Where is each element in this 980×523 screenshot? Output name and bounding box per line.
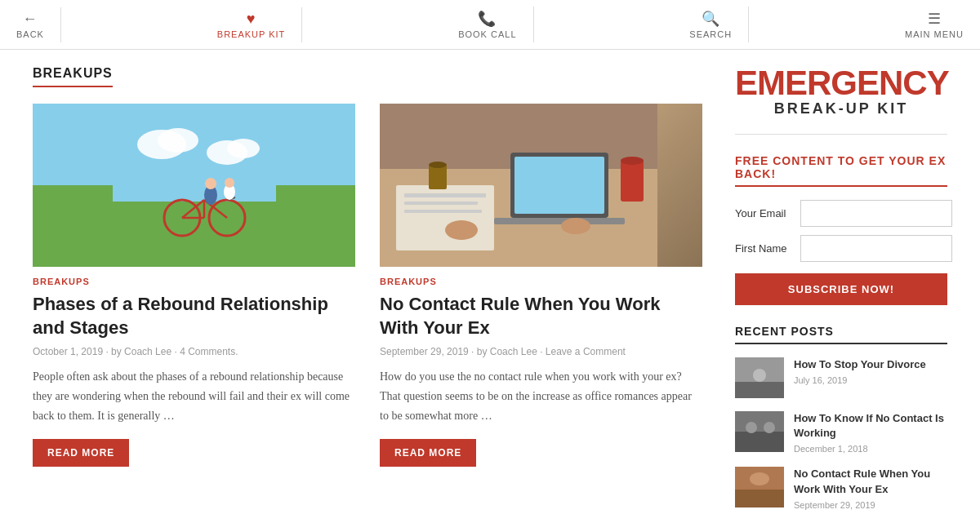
recent-post-thumb-1 (735, 357, 784, 398)
phone-icon: 📞 (478, 10, 497, 28)
post-card-2: BREAKUPS No Contact Rule When You Work W… (380, 104, 702, 467)
post-comments-2: Leave a Comment (546, 346, 626, 357)
nav-book-call[interactable]: 📞 BOOK CALL (442, 7, 533, 42)
recent-post-item-3: No Contact Rule When You Work With Your … (735, 467, 947, 509)
cta-title: FREE CONTENT TO GET YOUR EX BACK! (735, 154, 947, 187)
svg-rect-25 (494, 218, 625, 224)
email-row: Your Email (735, 200, 947, 227)
svg-rect-22 (404, 210, 482, 213)
page-section-title: BREAKUPS (33, 66, 113, 87)
firstname-label: First Name (735, 242, 800, 255)
post-meta-2: September 29, 2019 · by Coach Lee · Leav… (380, 346, 702, 357)
nav-breakup-kit-label: BREAKUP KIT (217, 29, 286, 39)
post-card-1: BREAKUPS Phases of a Rebound Relationshi… (33, 104, 355, 467)
posts-grid: BREAKUPS Phases of a Rebound Relationshi… (33, 104, 702, 467)
recent-post-info-2: How To Know If No Contact Is Working Dec… (794, 411, 947, 454)
post-author-1: Coach Lee (124, 346, 172, 357)
recent-post-title-1[interactable]: How To Stop Your Divorce (794, 357, 926, 372)
post-date-1: October 1, 2019 (33, 346, 103, 357)
nav-back[interactable]: ← BACK (0, 7, 61, 42)
firstname-row: First Name (735, 235, 947, 262)
nav-search-label: SEARCH (689, 29, 732, 39)
post-category-1: BREAKUPS (33, 277, 355, 286)
svg-point-34 (753, 369, 766, 382)
firstname-input[interactable] (800, 235, 952, 262)
post-meta-1: October 1, 2019 · by Coach Lee · 4 Comme… (33, 346, 355, 357)
svg-point-29 (561, 218, 590, 234)
post-author-2: Coach Lee (490, 346, 537, 357)
recent-post-info-3: No Contact Rule When You Work With Your … (794, 467, 947, 509)
back-arrow-icon: ← (22, 11, 38, 28)
post-category-2: BREAKUPS (380, 277, 702, 286)
recent-post-item-1: How To Stop Your Divorce July 16, 2019 (735, 357, 947, 398)
menu-icon: ☰ (928, 10, 942, 28)
sidebar: EMERGENCY BREAK-UP KIT FREE CONTENT TO G… (735, 66, 947, 523)
read-more-button-2[interactable]: READ MORE (380, 439, 476, 467)
svg-rect-36 (735, 432, 784, 452)
svg-point-2 (158, 128, 198, 153)
search-icon: 🔍 (702, 10, 720, 28)
svg-rect-30 (429, 165, 447, 189)
recent-post-info-1: How To Stop Your Divorce July 16, 2019 (794, 357, 926, 385)
subscribe-button[interactable]: SUBSCRIBE NOW! (735, 273, 947, 305)
svg-point-16 (225, 178, 234, 188)
recent-post-date-1: July 16, 2019 (794, 375, 926, 385)
post-image-1 (33, 104, 355, 267)
svg-point-14 (205, 178, 216, 189)
post-title-1: Phases of a Rebound Relationship and Sta… (33, 293, 355, 339)
post-comments-1: 4 Comments. (180, 346, 238, 357)
post-title-2: No Contact Rule When You Work With Your … (380, 293, 702, 339)
office-image (380, 104, 702, 267)
nav-back-label: BACK (16, 29, 44, 39)
email-input[interactable] (800, 200, 952, 227)
recent-post-date-3: September 29, 2019 (794, 500, 947, 510)
svg-rect-40 (735, 490, 784, 507)
svg-rect-20 (404, 193, 486, 197)
svg-point-4 (227, 139, 260, 158)
recent-post-thumb-2 (735, 411, 784, 452)
svg-point-38 (764, 422, 775, 433)
logo-breakup-kit-text: BREAK-UP KIT (735, 100, 947, 117)
office-svg (380, 104, 657, 267)
post-image-2 (380, 104, 702, 267)
content-area: BREAKUPS (33, 66, 702, 523)
recent-post-title-3[interactable]: No Contact Rule When You Work With Your … (794, 467, 947, 496)
svg-rect-21 (404, 202, 478, 205)
nav-main-menu-label: MAIN MENU (905, 29, 964, 39)
nav-search[interactable]: 🔍 SEARCH (673, 7, 749, 42)
svg-rect-33 (735, 382, 784, 398)
nav-main-menu[interactable]: ☰ MAIN MENU (889, 7, 980, 42)
svg-point-41 (750, 472, 769, 485)
main-nav: ← BACK ♥ BREAKUP KIT 📞 BOOK CALL 🔍 SEARC… (0, 0, 980, 50)
post-excerpt-2: How do you use the no contact rule when … (380, 367, 702, 425)
post-date-2: September 29, 2019 (380, 346, 469, 357)
svg-point-27 (621, 157, 644, 165)
recent-posts-title: RECENT POSTS (735, 325, 947, 344)
svg-rect-26 (621, 161, 644, 202)
nav-book-call-label: BOOK CALL (458, 29, 516, 39)
nav-breakup-kit[interactable]: ♥ BREAKUP KIT (201, 7, 303, 42)
email-label: Your Email (735, 207, 800, 219)
logo-emergency-text: EMERGENCY (735, 66, 947, 100)
recent-post-thumb-3 (735, 467, 784, 507)
sidebar-form: Your Email First Name SUBSCRIBE NOW! (735, 200, 947, 305)
sidebar-logo: EMERGENCY BREAK-UP KIT (735, 66, 947, 135)
recent-post-title-2[interactable]: How To Know If No Contact Is Working (794, 411, 947, 441)
read-more-button-1[interactable]: READ MORE (33, 439, 129, 467)
couple-image (33, 104, 355, 267)
svg-point-37 (746, 422, 757, 433)
couple-bike-svg (113, 112, 276, 259)
svg-rect-24 (514, 157, 604, 214)
svg-point-31 (429, 162, 447, 168)
recent-post-item-2: How To Know If No Contact Is Working Dec… (735, 411, 947, 454)
heart-icon: ♥ (247, 11, 256, 28)
post-excerpt-1: People often ask about the phases of a r… (33, 367, 355, 425)
recent-post-date-2: December 1, 2018 (794, 444, 947, 454)
svg-point-28 (445, 220, 478, 240)
